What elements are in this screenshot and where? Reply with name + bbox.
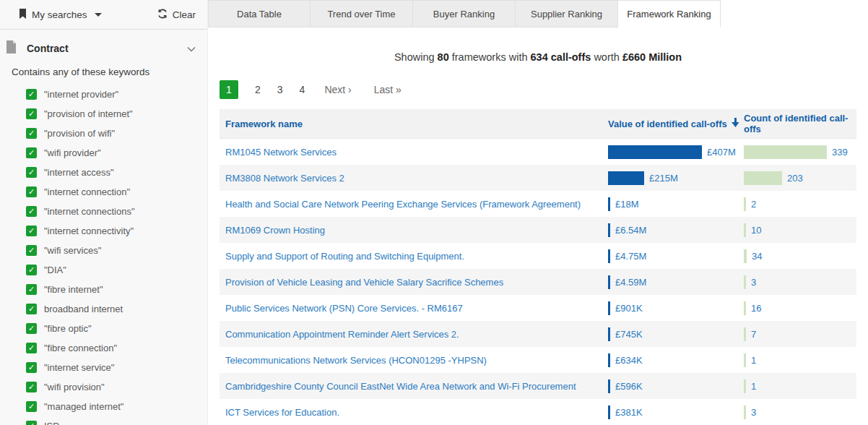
count-label: 3 [751, 407, 756, 418]
framework-link[interactable]: Public Services Network (PSN) Core Servi… [225, 303, 608, 314]
tab-framework-ranking[interactable]: Framework Ranking [618, 0, 721, 27]
refresh-icon [157, 9, 168, 21]
keyword-checkbox-checked[interactable]: ✓ [26, 245, 37, 256]
last-page-link[interactable]: Last » [374, 84, 402, 95]
value-label: £407M [707, 147, 736, 158]
page-link-3[interactable]: 3 [277, 84, 283, 95]
page-link-2[interactable]: 2 [255, 84, 261, 95]
page-current[interactable]: 1 [220, 80, 238, 99]
framework-name-cell: RM3808 Network Services 2 [220, 173, 608, 184]
keyword-checkbox-checked[interactable]: ✓ [26, 265, 37, 275]
keyword-checkbox-checked[interactable]: ✓ [26, 323, 37, 334]
tab-supplier-ranking[interactable]: Supplier Ranking [516, 0, 618, 27]
count-cell: 3 [744, 405, 856, 419]
framework-name-cell: Public Services Network (PSN) Core Servi… [220, 303, 608, 314]
keyword-checkbox-checked[interactable]: ✓ [26, 206, 37, 217]
keyword-item: ✓"internet access" [26, 163, 207, 182]
value-bar [608, 327, 610, 341]
count-bar [744, 249, 747, 263]
count-cell: 2 [744, 197, 856, 211]
keyword-checkbox-checked[interactable]: ✓ [26, 108, 37, 119]
column-header-value-label: Value of identified call-offs [608, 119, 727, 129]
column-header-count[interactable]: Count of identified call-offs [744, 113, 856, 134]
keyword-checkbox-checked[interactable]: ✓ [26, 382, 37, 392]
keyword-label: "internet service" [44, 362, 114, 373]
contract-section-header[interactable]: Contract [0, 30, 207, 62]
tab-buyer-ranking[interactable]: Buyer Ranking [413, 0, 516, 27]
framework-link[interactable]: RM3808 Network Services 2 [225, 173, 608, 184]
keyword-item: ✓"fibre connection" [26, 338, 207, 358]
value-bar [608, 249, 610, 263]
framework-link[interactable]: Cambridgeshire County Council EastNet Wi… [225, 381, 608, 392]
table-row: Communication Appointment Reminder Alert… [220, 321, 856, 347]
framework-name-cell: Supply and Support of Routing and Switch… [220, 251, 608, 262]
my-searches-dropdown[interactable]: My searches [19, 9, 102, 21]
summary-text: Showing [394, 51, 438, 63]
keyword-checkbox-checked[interactable]: ✓ [26, 284, 37, 295]
keyword-checkbox-checked[interactable]: ✓ [26, 128, 37, 139]
count-cell: 7 [744, 327, 856, 341]
tab-trend-over-time[interactable]: Trend over Time [311, 0, 413, 27]
chevron-down-icon[interactable] [187, 42, 196, 55]
value-cell: £407M [608, 145, 744, 159]
keyword-label: "internet provider" [44, 89, 118, 100]
keyword-checkbox-checked[interactable]: ✓ [26, 89, 37, 100]
count-cell: 10 [744, 223, 856, 237]
sidebar-toolbar: My searches Clear [0, 0, 207, 30]
count-cell: 34 [744, 249, 856, 263]
page-link-4[interactable]: 4 [300, 84, 305, 95]
keyword-item: ✓"internet connectivity" [26, 221, 207, 241]
keyword-checkbox-checked[interactable]: ✓ [26, 147, 37, 158]
keyword-label: "fibre optic" [44, 323, 92, 334]
pagination: 1234Next ›Last » [220, 80, 868, 99]
keyword-checkbox-checked[interactable]: ✓ [26, 226, 37, 236]
keyword-checkbox-checked[interactable]: ✓ [26, 421, 37, 425]
framework-name-cell: RM1045 Network Services [220, 147, 608, 158]
value-cell: £596K [608, 379, 744, 393]
keyword-item: ✓"DIA" [26, 260, 207, 280]
framework-link[interactable]: Supply and Support of Routing and Switch… [225, 251, 608, 262]
framework-link[interactable]: ICT Services for Education. [225, 407, 608, 418]
table-row: Telecommunications Network Services (HCO… [220, 347, 856, 373]
framework-link[interactable]: RM1045 Network Services [225, 147, 608, 158]
value-bar [608, 171, 644, 185]
count-cell: 1 [744, 353, 856, 367]
column-header-value[interactable]: Value of identified call-offs [608, 118, 744, 129]
framework-link[interactable]: RM1069 Crown Hosting [225, 225, 608, 236]
clear-button[interactable]: Clear [157, 9, 196, 21]
keyword-label: "wifi services" [44, 245, 101, 256]
keyword-checkbox-checked[interactable]: ✓ [26, 304, 37, 314]
keyword-checkbox-checked[interactable]: ✓ [26, 362, 37, 373]
next-page-link[interactable]: Next › [324, 84, 351, 95]
keyword-checkbox-checked[interactable]: ✓ [26, 401, 37, 412]
value-cell: £634K [608, 353, 744, 367]
keyword-item: ✓"wifi provision" [26, 377, 207, 397]
value-label: £6.54M [615, 225, 646, 236]
value-cell: £4.75M [608, 249, 744, 263]
table-row: Provision of Vehicle Leasing and Vehicle… [220, 269, 856, 295]
summary-text: 634 call-offs [531, 51, 591, 63]
count-cell: 1 [744, 379, 856, 393]
sort-desc-icon [732, 118, 739, 129]
tab-data-table[interactable]: Data Table [208, 0, 311, 27]
framework-link[interactable]: Provision of Vehicle Leasing and Vehicle… [225, 277, 608, 288]
table-row: RM1069 Crown Hosting£6.54M10 [220, 217, 856, 243]
framework-name-cell: Cambridgeshire County Council EastNet Wi… [220, 381, 608, 392]
value-bar [608, 379, 610, 393]
keyword-item: ✓ISP [26, 416, 207, 425]
framework-link[interactable]: Telecommunications Network Services (HCO… [225, 355, 608, 366]
tab-bar: Data TableTrend over TimeBuyer RankingSu… [208, 0, 868, 27]
framework-link[interactable]: Health and Social Care Network Peering E… [225, 199, 608, 210]
keyword-label: "internet access" [44, 167, 114, 178]
keyword-checkbox-checked[interactable]: ✓ [26, 343, 37, 353]
framework-link[interactable]: Communication Appointment Reminder Alert… [225, 329, 608, 340]
keyword-checkbox-checked[interactable]: ✓ [26, 186, 37, 197]
framework-name-cell: Communication Appointment Reminder Alert… [220, 329, 608, 340]
value-cell: £4.59M [608, 275, 744, 289]
keywords-heading: Contains any of these keywords [12, 66, 207, 77]
keyword-item: ✓"provision of wifi" [26, 124, 207, 143]
keyword-label: "managed internet" [44, 401, 123, 412]
value-bar [608, 145, 702, 159]
keyword-checkbox-checked[interactable]: ✓ [26, 167, 37, 178]
table-row: RM1045 Network Services£407M339 [220, 139, 856, 165]
